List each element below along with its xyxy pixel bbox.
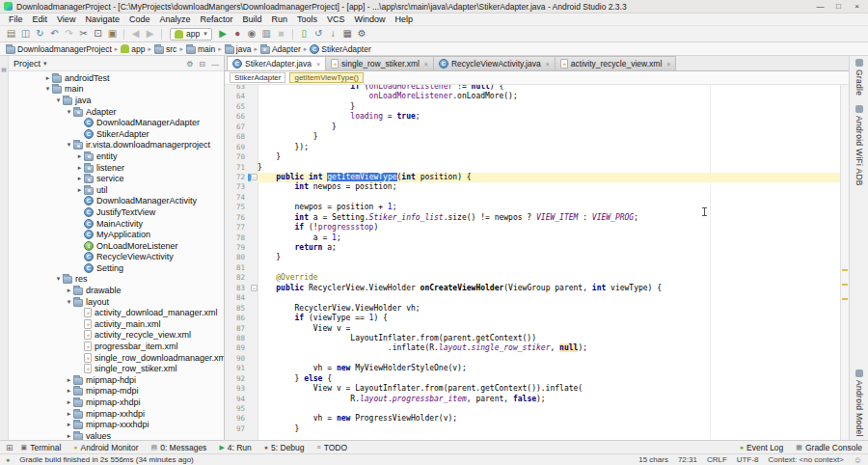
breadcrumb-chip-stikeradapter[interactable]: StikerAdapter [230,72,285,83]
tree-item-drawable[interactable]: ▸drawable [9,285,224,296]
code-line-82[interactable]: 82 @Override [225,273,840,283]
code-line-84[interactable]: 84 [225,293,840,303]
tool-window-button-event-log[interactable]: ●Event Log [740,443,784,452]
tool-window-button-gradle-console[interactable]: ▦Gradle Console [796,443,862,452]
tree-item-setting[interactable]: Setting [9,262,224,274]
code-line-79[interactable]: 79 return a; [225,243,840,253]
run-with-coverage-icon[interactable]: ◉ [245,26,259,41]
code-line-88[interactable]: 88 LayoutInflater.from(parent.getContext… [225,334,840,343]
tree-item-mipmap-mdpi[interactable]: ▸mipmap-mdpi [9,386,224,397]
tool-window-button-terminal[interactable]: ▣Terminal [21,443,62,452]
sync-project-with-gradle-icon[interactable]: ↺ [312,26,326,41]
chevron-collapsed-icon[interactable]: ▸ [65,410,73,418]
tree-item-myapplication[interactable]: MyApplication [9,229,224,240]
tree-item-entity[interactable]: ▸entity [9,150,224,162]
editor-tab-stikeradapter-java[interactable]: StikerAdapter.java× [227,56,326,70]
tool-window-button-android-model[interactable]: Android Model [854,369,864,437]
settings-gear-icon[interactable]: ⚙ [186,60,193,68]
tree-item-mipmap-xxxhdpi[interactable]: ▸mipmap-xxxhdpi [9,419,224,430]
editor-tab-recycleviewactivity-java[interactable]: RecycleViewActivity.java× [433,56,556,70]
code-line-71[interactable]: 71} [225,163,840,173]
chevron-collapsed-icon[interactable]: ▸ [75,186,84,194]
maximize-button[interactable]: □ [829,0,848,13]
inspection-profile-icon[interactable]: ☺ [854,455,862,465]
code-line-89[interactable]: 89 .inflate(R.layout.single_row_stiker, … [225,343,840,353]
tree-item-service[interactable]: ▸service [9,173,224,184]
menu-code[interactable]: Code [124,14,155,24]
code-line-83[interactable]: 83− public RecyclerView.ViewHolder onCre… [225,284,840,293]
debug-icon[interactable]: ● [231,26,245,41]
tree-item-onloadmorelistener[interactable]: OnLoadMoreListener [9,240,224,252]
code-line-73[interactable]: 73 int newpos = position; [225,182,840,192]
project-view-dropdown-icon[interactable]: ▾ [43,60,47,68]
menu-run[interactable]: Run [267,14,293,24]
menu-file[interactable]: File [4,14,28,24]
chevron-expanded-icon[interactable]: ▾ [54,96,63,104]
synchronize-icon[interactable]: ↻ [33,26,47,41]
menu-edit[interactable]: Edit [28,14,53,24]
profile-icon[interactable]: ▥ [259,26,274,41]
chevron-expanded-icon[interactable]: ▾ [43,85,52,93]
code-line-69[interactable]: 69 }); [225,143,840,152]
code-line-93[interactable]: 93 View v = LayoutInflater.from(parent.g… [225,384,840,394]
code-line-64[interactable]: 64 onLoadMoreListener.onLoadMore(); [225,92,840,101]
tree-item-mipmap-hdpi[interactable]: ▸mipmap-hdpi [9,374,224,386]
fold-marker-icon[interactable]: − [251,174,258,180]
status-72-31[interactable]: 72:31 [678,455,697,464]
tree-item-main[interactable]: ▾main [9,84,224,96]
sdk-manager-icon[interactable]: ↓ [326,26,340,41]
code-line-94[interactable]: 94 R.layout.progressbar_item, parent, fa… [225,395,840,404]
code-line-95[interactable]: 95 [225,404,840,414]
tool-windows-toggle-icon[interactable]: ⊞ [6,443,14,452]
tree-item-util[interactable]: ▸util [9,184,224,196]
chevron-expanded-icon[interactable]: ▾ [65,108,73,116]
tree-item-activity-main-xml[interactable]: activity_main.xml [9,318,224,330]
chevron-collapsed-icon[interactable]: ▸ [65,421,73,428]
menu-tools[interactable]: Tools [292,14,322,24]
tree-item-adapter[interactable]: ▾Adapter [9,106,224,118]
editor-tab-activity-recycle-view-xml[interactable]: activity_recycle_view.xml× [555,56,677,70]
tree-item-progressbar-item-xml[interactable]: progressbar_item.xml [9,341,224,352]
save-all-icon[interactable]: ◫ [18,26,33,41]
undo-icon[interactable]: ↶ [47,26,62,41]
code-line-81[interactable]: 81 [225,263,840,273]
run-icon[interactable]: ▶ [216,26,231,41]
tool-window-button-run[interactable]: ▶4: Run [219,443,251,452]
device-monitor-icon[interactable]: ▦ [340,26,355,41]
close-tab-icon[interactable]: × [316,61,320,68]
editor-scrollbar[interactable] [840,85,849,440]
stop-icon[interactable]: ■ [274,26,288,41]
chevron-expanded-icon[interactable]: ▾ [65,141,73,149]
minimize-button[interactable]: — [811,0,829,13]
code-line-96[interactable]: 96 vh = new ProgressViewHolder(v); [225,414,840,424]
menu-window[interactable]: Window [350,14,391,24]
tool-window-button-messages[interactable]: ▤0: Messages [151,443,207,452]
code-line-97[interactable]: 97 } [225,424,840,434]
chevron-collapsed-icon[interactable]: ▸ [75,152,84,160]
chevron-collapsed-icon[interactable]: ▸ [65,376,73,384]
chevron-collapsed-icon[interactable]: ▸ [65,387,73,395]
code-line-68[interactable]: 68 } [225,132,840,142]
menu-refactor[interactable]: Refactor [195,14,237,24]
cut-icon[interactable]: ✂ [76,26,91,41]
chevron-expanded-icon[interactable]: ▾ [65,298,73,306]
run-configuration-selector[interactable]: app▾ [170,28,212,41]
tree-item-res[interactable]: ▾res [9,274,224,286]
tool-window-button-android-wifi-adb[interactable]: Android WiFi ADB [854,105,864,186]
tree-item-java[interactable]: ▾java [9,95,224,106]
avd-manager-icon[interactable]: ▯ [297,26,312,41]
tree-item-activity-recycle-view-xml[interactable]: activity_recycle_view.xml [9,330,224,342]
tree-item-ir-vista-downloadmanagerproject[interactable]: ▾ir.vista.downloadmanagerproject [9,140,224,151]
forward-icon[interactable]: ▶ [143,26,157,41]
status-15-chars[interactable]: 15 chars [638,455,668,464]
tree-item-listener[interactable]: ▸listener [9,162,224,174]
tree-item-mipmap-xxhdpi[interactable]: ▸mipmap-xxhdpi [9,408,224,420]
chevron-collapsed-icon[interactable]: ▸ [75,175,84,182]
breadcrumb-chip-getitemviewtype[interactable]: getItemViewType() [289,72,364,83]
chevron-collapsed-icon[interactable]: ▸ [65,398,73,406]
code-line-91[interactable]: 91 vh = new MyViewHolderStyleOne(v); [225,364,840,373]
project-panel-title[interactable]: Project [14,59,41,68]
copy-icon[interactable]: ⊡ [91,26,105,41]
menu-vcs[interactable]: VCS [322,14,350,24]
menu-help[interactable]: Help [391,14,419,24]
